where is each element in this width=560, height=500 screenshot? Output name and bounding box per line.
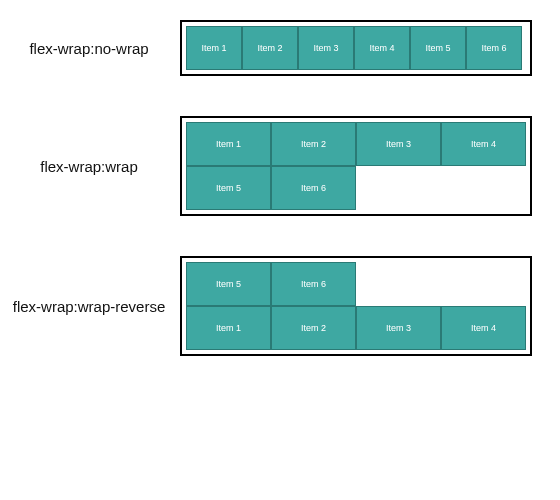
example-row-nowrap: flex-wrap:no-wrap Item 1 Item 2 Item 3 I… — [10, 20, 550, 76]
example-row-wrap-reverse: flex-wrap:wrap-reverse Item 1 Item 2 Ite… — [10, 256, 550, 356]
flex-item: Item 3 — [298, 26, 354, 70]
flex-item: Item 1 — [186, 26, 242, 70]
flex-item: Item 3 — [356, 306, 441, 350]
flex-item: Item 6 — [271, 166, 356, 210]
flex-container: Item 1 Item 2 Item 3 Item 4 Item 5 Item … — [180, 116, 532, 216]
flex-item: Item 5 — [186, 262, 271, 306]
flex-item: Item 6 — [271, 262, 356, 306]
example-label: flex-wrap:no-wrap — [10, 40, 180, 57]
example-row-wrap: flex-wrap:wrap Item 1 Item 2 Item 3 Item… — [10, 116, 550, 216]
flex-item: Item 5 — [186, 166, 271, 210]
flexbox-nowrap: Item 1 Item 2 Item 3 Item 4 Item 5 Item … — [186, 26, 526, 70]
flex-item: Item 2 — [271, 122, 356, 166]
example-label: flex-wrap:wrap — [10, 158, 180, 175]
flex-item: Item 2 — [242, 26, 298, 70]
flex-item: Item 4 — [354, 26, 410, 70]
flexbox-wrap: Item 1 Item 2 Item 3 Item 4 Item 5 Item … — [186, 122, 526, 210]
flex-item: Item 2 — [271, 306, 356, 350]
flex-item: Item 6 — [466, 26, 522, 70]
flexbox-wrap-reverse: Item 1 Item 2 Item 3 Item 4 Item 5 Item … — [186, 262, 526, 350]
flex-container: Item 1 Item 2 Item 3 Item 4 Item 5 Item … — [180, 256, 532, 356]
flex-item: Item 4 — [441, 306, 526, 350]
example-label: flex-wrap:wrap-reverse — [10, 298, 180, 315]
flex-item: Item 1 — [186, 122, 271, 166]
flex-item: Item 5 — [410, 26, 466, 70]
flex-item: Item 1 — [186, 306, 271, 350]
flex-item: Item 4 — [441, 122, 526, 166]
flex-container: Item 1 Item 2 Item 3 Item 4 Item 5 Item … — [180, 20, 532, 76]
flex-item: Item 3 — [356, 122, 441, 166]
